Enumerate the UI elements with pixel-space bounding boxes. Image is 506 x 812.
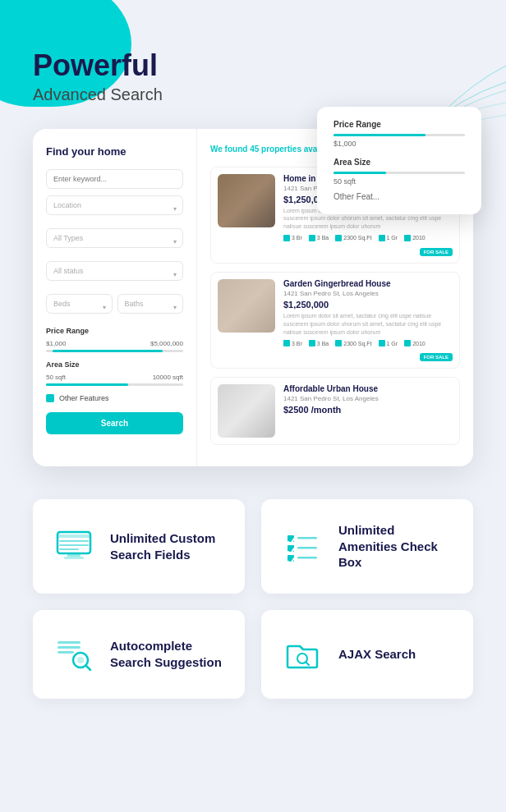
area-max: 10000 sqft [153, 374, 183, 381]
property-name-3: Affordable Urban House [283, 384, 453, 393]
status-select-wrap: All status [46, 261, 183, 287]
svg-line-24 [86, 665, 91, 670]
count-prefix: We found [210, 145, 247, 154]
keyword-input[interactable] [46, 169, 183, 189]
popup-price-value: $1,000 [334, 140, 465, 148]
svg-rect-10 [59, 544, 89, 546]
prop-garage-2: 1 Gr [379, 340, 398, 346]
popup-price-label: Price Range [334, 120, 465, 129]
popup-price-track [334, 134, 465, 136]
svg-rect-19 [297, 557, 317, 559]
property-features-2: 3 Br 3 Ba 2300 Sq.Ft 1 Gr 2010 [283, 340, 453, 361]
other-features-row: Other Features [46, 394, 183, 402]
search-button[interactable]: Search [46, 412, 183, 434]
property-image-1 [218, 174, 275, 227]
property-image-3 [218, 384, 275, 438]
feature-label-ajax: AJAX Search [338, 646, 416, 663]
svg-rect-13 [64, 557, 84, 559]
popup-area-fill [334, 172, 386, 174]
popup-other-label: Other Feat... [334, 192, 465, 201]
svg-rect-8 [58, 534, 90, 538]
status-select[interactable]: All status [46, 261, 183, 281]
feature-label-amenities: Unlimited Amenities Check Box [338, 522, 453, 571]
prop-year-2: 2010 [404, 340, 426, 346]
property-features-1: 3 Br 3 Ba 2300 Sq.Ft 1 Gr 2010 [283, 235, 453, 256]
count-number: 45 [250, 145, 259, 154]
location-select[interactable]: Location [46, 195, 183, 215]
page-title: Powerful [33, 49, 473, 82]
property-name-2: Garden Gingerbread House [283, 279, 453, 288]
property-badge-2: FOR SALE [420, 353, 453, 361]
area-min: 50 sqft [46, 374, 66, 381]
feature-label-custom-search: Unlimited Custom Search Fields [110, 530, 225, 562]
svg-rect-12 [67, 553, 80, 557]
price-range-label: Price Range [46, 327, 183, 335]
prop-area-2: 2300 Sq.Ft [335, 340, 371, 346]
price-slider-fill [53, 350, 163, 352]
svg-rect-15 [297, 537, 317, 539]
area-slider-fill [46, 383, 128, 386]
prop-beds-2: 3 Br [283, 340, 302, 346]
property-price-2: $1,250,000 [283, 300, 453, 310]
svg-line-27 [306, 662, 310, 665]
prop-baths-1: 3 Ba [309, 235, 329, 241]
area-range-values: 50 sqft 10000 sqft [46, 374, 183, 381]
feature-card-custom-search: Unlimited Custom Search Fields [33, 499, 245, 594]
price-min: $1,000 [46, 340, 66, 347]
feature-label-autocomplete: Autocomplete Search Suggestion [110, 638, 225, 670]
svg-rect-17 [297, 547, 317, 549]
location-select-wrap: Location [46, 195, 183, 222]
price-range-values: $1,000 $5,000,000 [46, 340, 183, 347]
price-max: $5,000,000 [150, 340, 183, 347]
baths-select[interactable]: Baths [117, 294, 184, 314]
property-address-2: 1421 San Pedro St, Los Angeles [283, 290, 453, 297]
prop-garage-1: 1 Gr [379, 235, 398, 241]
svg-rect-21 [58, 646, 80, 649]
search-list-icon [53, 633, 95, 676]
property-address-3: 1421 San Pedro St, Los Angeles [283, 395, 453, 402]
svg-point-25 [77, 657, 84, 663]
area-slider-track[interactable] [46, 383, 183, 386]
property-image-2 [218, 279, 275, 333]
type-select[interactable]: All Types [46, 228, 183, 248]
folder-search-icon [281, 633, 324, 676]
checklist-icon [281, 525, 324, 568]
beds-baths-row: Beds Baths [46, 294, 183, 320]
type-select-wrap: All Types [46, 228, 183, 255]
sidebar-title: Find your home [46, 145, 183, 158]
monitor-icon [53, 525, 95, 568]
search-sidebar: Find your home Location All Types All st… [33, 129, 197, 467]
property-desc-2: Lorem ipsum dolor sit amet, sactatur cin… [283, 312, 453, 336]
price-slider-track[interactable] [46, 350, 183, 352]
prop-baths-2: 3 Ba [309, 340, 329, 346]
popup-area-value: 50 sqft [334, 177, 465, 186]
svg-rect-11 [59, 548, 79, 550]
prop-year-1: 2010 [404, 235, 426, 241]
property-card-2[interactable]: Garden Gingerbread House 1421 San Pedro … [210, 272, 460, 369]
price-range-popup: Price Range $1,000 Area Size 50 sqft Oth… [317, 107, 481, 214]
property-card-3[interactable]: Affordable Urban House 1421 San Pedro St… [210, 377, 460, 445]
feature-card-ajax: AJAX Search [261, 610, 473, 699]
property-info-2: Garden Gingerbread House 1421 San Pedro … [283, 279, 453, 361]
other-features-icon [46, 394, 54, 402]
beds-select[interactable]: Beds [46, 294, 113, 314]
prop-area-1: 2300 Sq.Ft [335, 235, 371, 241]
svg-rect-9 [59, 540, 89, 542]
property-price-3: $2500 /month [283, 405, 453, 415]
feature-card-amenities: Unlimited Amenities Check Box [261, 499, 473, 594]
popup-price-fill [334, 134, 426, 136]
area-size-label: Area Size [46, 360, 183, 369]
feature-cards-grid: Unlimited Custom Search Fields Unlimited… [33, 499, 473, 699]
page-subtitle: Advanced Search [33, 85, 473, 104]
other-features-label: Other Features [59, 394, 109, 402]
header-section: Powerful Advanced Search [33, 49, 473, 104]
feature-card-autocomplete: Autocomplete Search Suggestion [33, 610, 245, 699]
popup-area-track [334, 172, 465, 174]
popup-area-label: Area Size [334, 158, 465, 167]
baths-select-wrap: Baths [117, 294, 184, 320]
property-info-3: Affordable Urban House 1421 San Pedro St… [283, 384, 453, 438]
property-badge-1: FOR SALE [420, 248, 453, 256]
svg-rect-22 [58, 651, 74, 654]
beds-select-wrap: Beds [46, 294, 113, 320]
prop-beds-1: 3 Br [283, 235, 302, 241]
